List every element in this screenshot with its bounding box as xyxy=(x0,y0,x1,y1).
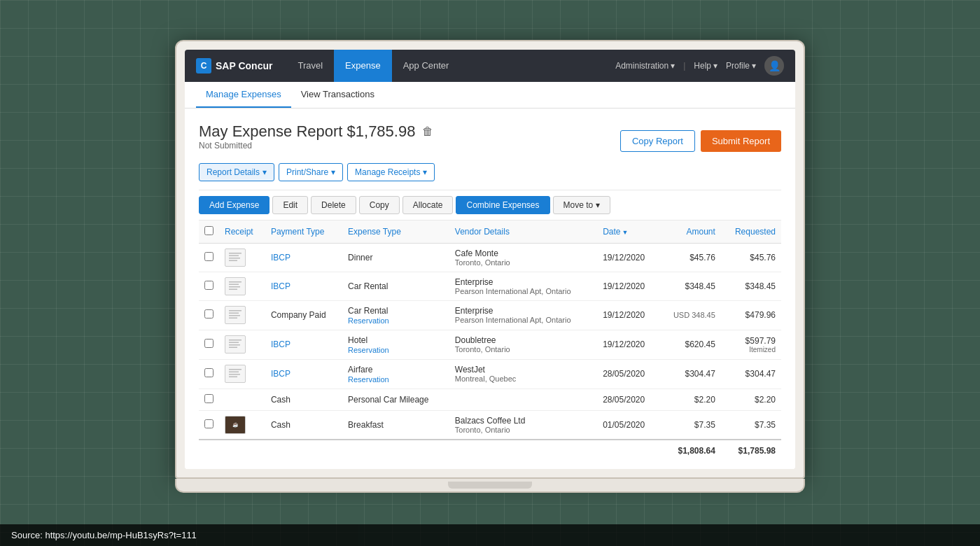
top-nav: C SAP Concur Travel Expense App Center A… xyxy=(185,50,795,82)
sub-nav-manage-expenses[interactable]: Manage Expenses xyxy=(196,82,291,108)
ibcp-link[interactable]: IBCP xyxy=(271,340,290,349)
date-cell: 19/12/2020 xyxy=(597,300,659,330)
row-checkbox-cell[interactable] xyxy=(199,330,219,359)
report-details-dropdown[interactable]: Report Details ▾ xyxy=(199,163,274,181)
header-expense-type: Expense Type xyxy=(342,220,449,244)
requested-cell: $348.45 xyxy=(721,272,781,300)
combine-expenses-button[interactable]: Combine Expenses xyxy=(456,196,550,214)
svg-rect-13 xyxy=(229,342,239,344)
table-row: CashPersonal Car Mileage28/05/2020$2.20$… xyxy=(199,388,781,410)
svg-rect-7 xyxy=(229,288,237,290)
manage-receipts-dropdown[interactable]: Manage Receipts ▾ xyxy=(347,163,435,181)
receipt-thumbnail[interactable] xyxy=(225,248,246,267)
receipt-thumbnail[interactable] xyxy=(225,306,246,324)
print-share-dropdown[interactable]: Print/Share ▾ xyxy=(279,163,343,181)
amount-cell: $304.47 xyxy=(659,359,721,388)
sub-nav: Manage Expenses View Transactions xyxy=(185,82,795,108)
row-checkbox-cell[interactable] xyxy=(199,272,219,300)
toolbar: Add Expense Edit Delete Copy Allocate Co… xyxy=(199,190,781,220)
admin-menu[interactable]: Administration ▾ xyxy=(615,61,675,71)
svg-rect-16 xyxy=(229,369,241,370)
row-checkbox-cell[interactable] xyxy=(199,243,219,272)
reservation-link[interactable]: Reservation xyxy=(348,375,444,384)
reservation-link[interactable]: Reservation xyxy=(348,316,444,325)
header-date[interactable]: Date▼ xyxy=(597,220,659,244)
date-cell: 28/05/2020 xyxy=(597,388,659,410)
row-checkbox[interactable] xyxy=(204,339,214,348)
amount-cell: $620.45 xyxy=(659,330,721,359)
table-row: Company PaidCar RentalReservationEnterpr… xyxy=(199,300,781,330)
avatar[interactable]: 👤 xyxy=(764,56,784,76)
move-to-button[interactable]: Move to ▾ xyxy=(553,196,611,214)
payment-type-cell: Cash xyxy=(265,410,342,440)
receipt-thumbnail[interactable]: ☕ xyxy=(225,416,246,434)
vendor-details-cell: Balzacs Coffee LtdToronto, Ontario xyxy=(449,410,597,440)
delete-button[interactable]: Delete xyxy=(311,196,356,214)
svg-rect-6 xyxy=(229,286,240,288)
svg-rect-0 xyxy=(229,253,241,254)
nav-tab-travel[interactable]: Travel xyxy=(286,50,334,82)
header-requested: Requested xyxy=(721,220,781,244)
report-status: Not Submitted xyxy=(199,141,433,150)
svg-rect-12 xyxy=(229,340,241,341)
row-checkbox[interactable] xyxy=(204,281,214,290)
receipt-cell: ☕ xyxy=(219,410,265,440)
svg-rect-15 xyxy=(229,347,237,349)
amount-cell: $2.20 xyxy=(659,388,721,410)
header-select-all[interactable] xyxy=(199,220,219,244)
row-checkbox[interactable] xyxy=(204,309,214,318)
allocate-button[interactable]: Allocate xyxy=(402,196,454,214)
receipt-thumbnail[interactable] xyxy=(225,277,246,295)
date-cell: 19/12/2020 xyxy=(597,330,659,359)
header-amount: Amount xyxy=(659,220,721,244)
ibcp-link[interactable]: IBCP xyxy=(271,369,290,379)
expense-type-cell: AirfareReservation xyxy=(342,359,449,388)
report-title-row: May Expense Report $1,785.98 🗑 xyxy=(199,122,433,141)
svg-rect-19 xyxy=(229,377,237,378)
submit-report-button[interactable]: Submit Report xyxy=(701,130,781,152)
select-all-checkbox[interactable] xyxy=(204,226,214,235)
row-checkbox[interactable] xyxy=(204,252,214,261)
copy-report-button[interactable]: Copy Report xyxy=(620,130,695,152)
total-row: $1,808.64 $1,785.98 xyxy=(199,440,781,461)
laptop-screen: C SAP Concur Travel Expense App Center A… xyxy=(175,40,805,479)
reservation-link[interactable]: Reservation xyxy=(348,346,444,354)
table-row: IBCPAirfareReservationWestJetMontreal, Q… xyxy=(199,359,781,388)
header-buttons: Copy Report Submit Report xyxy=(620,130,781,152)
date-cell: 19/12/2020 xyxy=(597,272,659,300)
receipt-thumbnail[interactable] xyxy=(225,365,246,383)
payment-type-cell: Cash xyxy=(265,388,342,410)
row-checkbox[interactable] xyxy=(204,419,214,428)
receipt-cell xyxy=(219,300,265,330)
add-expense-button[interactable]: Add Expense xyxy=(199,196,270,214)
nav-logo: C SAP Concur xyxy=(196,58,272,74)
ibcp-link[interactable]: IBCP xyxy=(271,253,290,262)
svg-rect-4 xyxy=(229,281,241,283)
row-checkbox[interactable] xyxy=(204,394,214,403)
profile-menu[interactable]: Profile ▾ xyxy=(726,61,756,71)
ibcp-link[interactable]: IBCP xyxy=(271,281,290,291)
source-bar: Source: https://youtu.be/mp-HuB1syRs?t=1… xyxy=(0,524,980,546)
nav-tab-appcenter[interactable]: App Center xyxy=(392,50,461,82)
edit-button[interactable]: Edit xyxy=(272,196,308,214)
receipt-thumbnail[interactable] xyxy=(225,335,246,354)
row-checkbox-cell[interactable] xyxy=(199,300,219,330)
help-menu[interactable]: Help ▾ xyxy=(694,61,718,71)
row-checkbox-cell[interactable] xyxy=(199,410,219,440)
total-requested: $1,785.98 xyxy=(721,440,781,461)
report-actions-row: Report Details ▾ Print/Share ▾ Manage Re… xyxy=(199,163,781,181)
row-checkbox-cell[interactable] xyxy=(199,388,219,410)
requested-cell: $304.47 xyxy=(721,359,781,388)
copy-button[interactable]: Copy xyxy=(359,196,400,214)
svg-rect-2 xyxy=(229,258,240,259)
row-checkbox-cell[interactable] xyxy=(199,359,219,388)
sub-nav-view-transactions[interactable]: View Transactions xyxy=(291,82,384,108)
delete-report-icon[interactable]: 🗑 xyxy=(422,125,433,138)
nav-right: Administration ▾ | Help ▾ Profile ▾ 👤 xyxy=(615,56,784,76)
nav-tab-expense[interactable]: Expense xyxy=(334,50,392,82)
row-checkbox[interactable] xyxy=(204,368,214,377)
laptop-notch xyxy=(448,482,532,489)
receipt-cell xyxy=(219,243,265,272)
payment-type-cell: IBCP xyxy=(265,330,342,359)
payment-type-cell: IBCP xyxy=(265,243,342,272)
